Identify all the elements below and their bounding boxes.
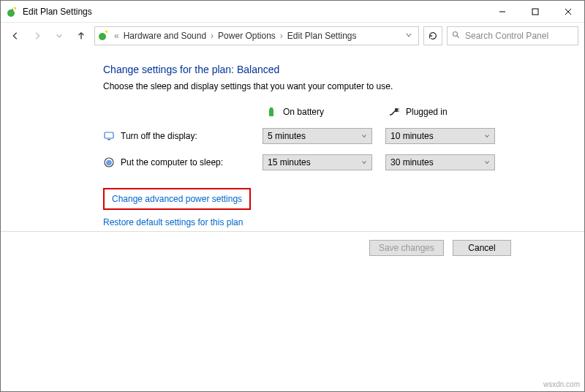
content-area: Change settings for the plan: Balanced C… (1, 49, 584, 227)
display-plugged-select[interactable]: 10 minutes (385, 128, 495, 144)
back-button[interactable] (7, 27, 24, 45)
cancel-button[interactable]: Cancel (453, 240, 511, 256)
row-turn-off-display: Turn off the display: (103, 130, 249, 142)
chevron-right-icon: › (279, 31, 284, 41)
highlight-box: Change advanced power settings (103, 188, 251, 210)
display-icon (103, 130, 115, 142)
column-plugged-in: Plugged in (385, 106, 495, 118)
display-battery-select[interactable]: 5 minutes (263, 128, 372, 144)
chevron-right-icon: › (209, 31, 215, 41)
app-icon (7, 6, 18, 18)
chevron-down-icon (484, 159, 490, 165)
close-button[interactable] (551, 1, 584, 22)
maximize-button[interactable] (518, 1, 551, 22)
breadcrumb-hardware[interactable]: Hardware and Sound (124, 31, 206, 41)
svg-point-0 (7, 10, 15, 17)
breadcrumb-separator: « (113, 31, 121, 41)
svg-point-7 (453, 31, 458, 36)
chevron-down-icon (361, 159, 367, 165)
settings-grid: On battery Plugged in Turn off the displ… (103, 106, 555, 170)
up-button[interactable] (72, 27, 90, 45)
plug-icon (388, 106, 400, 118)
svg-rect-15 (107, 139, 110, 140)
address-dropdown[interactable] (402, 31, 415, 41)
chevron-down-icon (361, 133, 367, 139)
search-placeholder: Search Control Panel (465, 31, 548, 41)
window: Edit Plan Settings « Hardware and Sound … (0, 0, 585, 392)
window-controls (486, 1, 584, 22)
svg-line-8 (457, 35, 459, 37)
titlebar: Edit Plan Settings (1, 1, 584, 23)
footer-bar: Save changes Cancel (1, 231, 584, 263)
sleep-plugged-select[interactable]: 30 minutes (385, 154, 495, 170)
refresh-button[interactable] (423, 26, 442, 45)
breadcrumb-edit-plan[interactable]: Edit Plan Settings (287, 31, 357, 41)
page-subtext: Choose the sleep and display settings th… (103, 81, 555, 91)
links-area: Change advanced power settings Restore d… (103, 188, 555, 227)
link-restore-defaults[interactable]: Restore default settings for this plan (103, 217, 243, 227)
chevron-down-icon (484, 133, 490, 139)
minimize-button[interactable] (486, 1, 518, 22)
power-icon (98, 29, 110, 43)
search-input[interactable]: Search Control Panel (447, 26, 578, 45)
search-icon (452, 31, 461, 42)
window-title: Edit Plan Settings (23, 7, 486, 17)
watermark: wsxdn.com (543, 380, 580, 388)
save-changes-button[interactable]: Save changes (369, 240, 444, 256)
row-put-to-sleep: Put the computer to sleep: (103, 157, 249, 168)
svg-rect-11 (395, 108, 398, 112)
breadcrumb-power-options[interactable]: Power Options (218, 31, 276, 41)
sleep-icon (103, 157, 115, 168)
svg-rect-1 (12, 9, 13, 12)
svg-point-6 (99, 33, 106, 40)
forward-button[interactable] (29, 27, 46, 45)
column-on-battery: On battery (263, 106, 372, 118)
battery-icon (265, 106, 277, 118)
sleep-battery-select[interactable]: 15 minutes (263, 154, 372, 170)
address-bar[interactable]: « Hardware and Sound › Power Options › E… (94, 26, 419, 45)
toolbar: « Hardware and Sound › Power Options › E… (1, 23, 584, 49)
page-heading: Change settings for the plan: Balanced (103, 64, 555, 75)
svg-rect-9 (269, 109, 273, 116)
recent-dropdown[interactable] (50, 27, 68, 45)
svg-rect-14 (105, 132, 113, 138)
svg-rect-3 (532, 9, 538, 15)
svg-rect-10 (270, 108, 273, 109)
link-advanced-power-settings[interactable]: Change advanced power settings (112, 194, 242, 204)
